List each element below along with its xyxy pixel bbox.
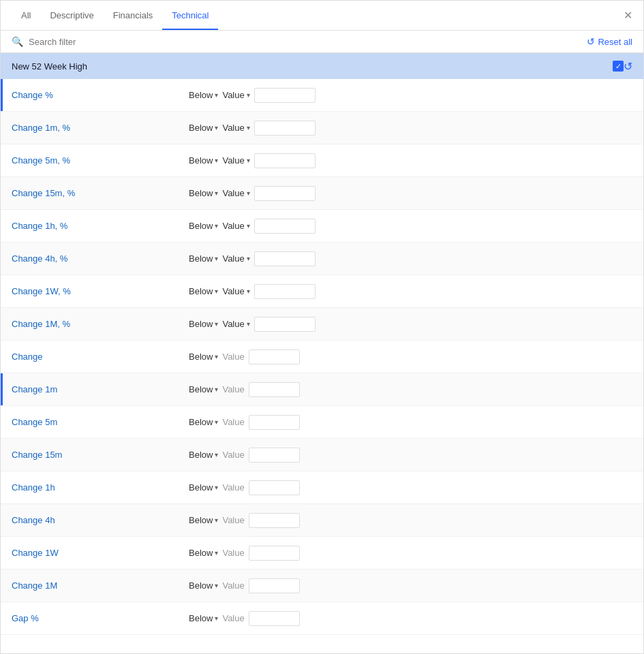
- condition-dropdown[interactable]: Below▾: [189, 384, 218, 394]
- condition-label: Below: [189, 221, 213, 231]
- filter-row: Change 1W, %Below▾Value▾: [1, 275, 643, 308]
- value-type-label: Value: [222, 319, 244, 329]
- tab-descriptive[interactable]: Descriptive: [40, 2, 103, 30]
- condition-dropdown[interactable]: Below▾: [189, 548, 218, 558]
- filter-controls: Below▾Value▾: [189, 219, 632, 234]
- filter-label: Change 15m, %: [12, 188, 189, 198]
- filter-controls: Below▾Value▾: [189, 153, 632, 168]
- value-label: Value: [222, 384, 244, 394]
- search-input[interactable]: [29, 37, 581, 47]
- condition-label: Below: [189, 548, 213, 558]
- filter-label: Change 1h, %: [12, 221, 189, 231]
- filter-value-input[interactable]: [249, 415, 300, 430]
- filter-list: Change %Below▾Value▾Change 1m, %Below▾Va…: [1, 79, 643, 653]
- condition-dropdown[interactable]: Below▾: [189, 482, 218, 493]
- condition-dropdown[interactable]: Below▾: [189, 417, 218, 427]
- value-type-dropdown[interactable]: Value▾: [222, 123, 249, 133]
- filter-controls: Below▾Value▾: [189, 251, 632, 266]
- filter-controls: Below▾Value: [189, 546, 632, 561]
- tab-all[interactable]: All: [12, 2, 40, 30]
- value-type-dropdown[interactable]: Value▾: [222, 221, 249, 231]
- value-label: Value: [222, 352, 244, 362]
- filter-value-input[interactable]: [249, 448, 300, 463]
- filter-value-input[interactable]: [254, 88, 316, 103]
- value-type-label: Value: [222, 221, 244, 231]
- filter-controls: Below▾Value: [189, 448, 632, 463]
- filter-value-input[interactable]: [249, 382, 300, 397]
- filter-label: Change 1M, %: [12, 319, 189, 329]
- filter-row: Change 1m, %Below▾Value▾: [1, 112, 643, 144]
- close-button[interactable]: ✕: [624, 10, 632, 21]
- value-type-label: Value: [222, 123, 244, 133]
- filter-row: Change 15mBelow▾Value: [1, 439, 643, 471]
- chevron-down-icon: ▾: [215, 614, 218, 622]
- filter-controls: Below▾Value: [189, 349, 632, 364]
- condition-dropdown[interactable]: Below▾: [189, 286, 218, 296]
- condition-label: Below: [189, 450, 213, 460]
- condition-dropdown[interactable]: Below▾: [189, 450, 218, 460]
- filter-value-input[interactable]: [254, 121, 316, 136]
- condition-label: Below: [189, 123, 213, 133]
- search-icon: 🔍: [12, 36, 23, 47]
- value-label: Value: [222, 613, 244, 623]
- condition-label: Below: [189, 352, 213, 362]
- filter-row: Change %Below▾Value▾: [1, 79, 643, 112]
- condition-dropdown[interactable]: Below▾: [189, 319, 218, 329]
- filter-controls: Below▾Value: [189, 382, 632, 397]
- accent-bar: [1, 373, 3, 405]
- filter-value-input[interactable]: [254, 251, 316, 266]
- filter-label: Change %: [12, 90, 189, 100]
- filter-value-input[interactable]: [254, 317, 316, 332]
- chevron-down-icon: ▾: [215, 582, 218, 589]
- filter-label: Change 1h: [12, 482, 189, 493]
- value-type-label: Value: [222, 90, 244, 100]
- value-type-dropdown[interactable]: Value▾: [222, 155, 249, 166]
- filter-value-input[interactable]: [254, 186, 316, 201]
- filter-value-input[interactable]: [249, 578, 300, 593]
- condition-dropdown[interactable]: Below▾: [189, 580, 218, 591]
- filter-label: Change 1m, %: [12, 123, 189, 133]
- filter-value-input[interactable]: [249, 480, 300, 495]
- value-type-dropdown[interactable]: Value▾: [222, 253, 249, 264]
- filter-value-input[interactable]: [249, 611, 300, 626]
- condition-label: Below: [189, 580, 213, 591]
- filter-value-input[interactable]: [254, 153, 316, 168]
- value-type-dropdown[interactable]: Value▾: [222, 90, 249, 100]
- filter-controls: Below▾Value▾: [189, 121, 632, 136]
- condition-dropdown[interactable]: Below▾: [189, 155, 218, 166]
- filter-value-input[interactable]: [249, 546, 300, 561]
- tab-financials[interactable]: Financials: [104, 2, 163, 30]
- tab-technical[interactable]: Technical: [162, 2, 218, 30]
- section-refresh-icon[interactable]: ↺: [624, 60, 632, 73]
- condition-dropdown[interactable]: Below▾: [189, 253, 218, 264]
- filter-value-input[interactable]: [254, 284, 316, 299]
- filter-label: Gap %: [12, 613, 189, 623]
- chevron-down-icon: ▾: [215, 91, 218, 99]
- condition-dropdown[interactable]: Below▾: [189, 613, 218, 623]
- chevron-down-icon: ▾: [247, 91, 250, 99]
- reset-all-button[interactable]: ↺ Reset all: [587, 36, 632, 47]
- filter-label: Change 1W: [12, 548, 189, 558]
- value-type-dropdown[interactable]: Value▾: [222, 286, 249, 296]
- section-checkbox[interactable]: [613, 61, 624, 72]
- condition-dropdown[interactable]: Below▾: [189, 188, 218, 198]
- chevron-down-icon: ▾: [215, 189, 218, 197]
- filter-value-input[interactable]: [249, 513, 300, 528]
- condition-dropdown[interactable]: Below▾: [189, 221, 218, 231]
- filter-row: Change 1mBelow▾Value: [1, 373, 643, 406]
- filter-value-input[interactable]: [254, 219, 316, 234]
- condition-label: Below: [189, 384, 213, 394]
- value-label: Value: [222, 580, 244, 591]
- condition-dropdown[interactable]: Below▾: [189, 515, 218, 525]
- condition-dropdown[interactable]: Below▾: [189, 352, 218, 362]
- filter-controls: Below▾Value: [189, 578, 632, 593]
- condition-label: Below: [189, 286, 213, 296]
- filter-value-input[interactable]: [249, 349, 300, 364]
- value-type-dropdown[interactable]: Value▾: [222, 188, 249, 198]
- condition-dropdown[interactable]: Below▾: [189, 90, 218, 100]
- value-type-dropdown[interactable]: Value▾: [222, 319, 249, 329]
- condition-label: Below: [189, 319, 213, 329]
- filter-label: Change 15m: [12, 450, 189, 460]
- chevron-down-icon: ▾: [215, 255, 218, 262]
- condition-dropdown[interactable]: Below▾: [189, 123, 218, 133]
